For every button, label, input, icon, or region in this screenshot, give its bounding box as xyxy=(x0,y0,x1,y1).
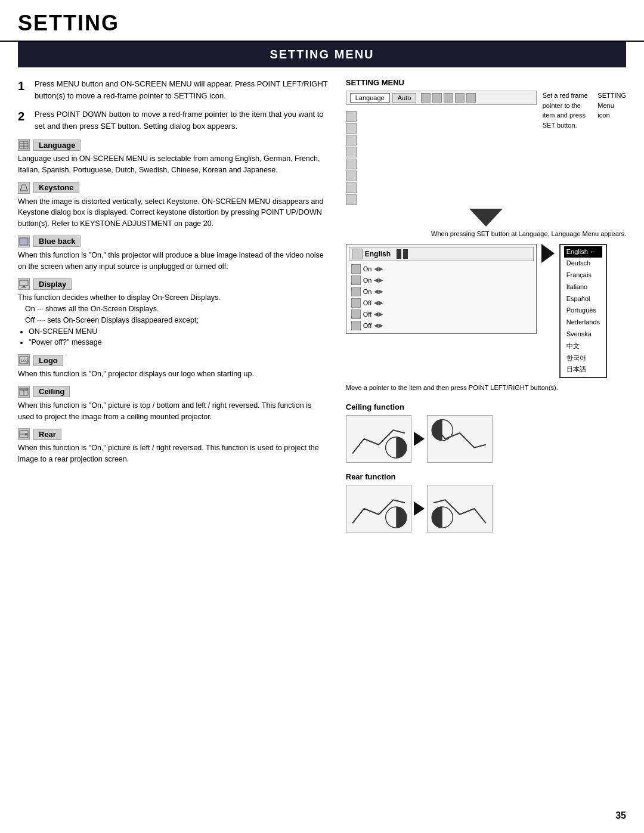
lang-left-panel: English On ◀▶ xyxy=(346,244,537,334)
lang-dialog: English On ◀▶ xyxy=(346,244,537,334)
rear-function-section: Rear function xyxy=(346,472,626,532)
svg-rect-5 xyxy=(20,238,28,245)
lang-row-3: On ◀▶ xyxy=(349,286,534,297)
row-val-1: On xyxy=(363,265,372,272)
side-icon-3 xyxy=(346,135,357,145)
row-icon-6 xyxy=(351,321,361,330)
ceiling-function-section: Ceiling function xyxy=(346,402,626,463)
step-2: 2 Press POINT DOWN button to move a red-… xyxy=(18,109,328,132)
section-display: Display This function decides whether to… xyxy=(18,278,328,348)
ceiling-function-label: Ceiling function xyxy=(346,402,626,411)
svg-marker-4 xyxy=(20,185,27,191)
lang-japanese: 日本語 xyxy=(564,364,602,376)
lang-nederlands: Nederlands xyxy=(564,317,602,329)
menu-icon-2 xyxy=(432,93,442,103)
menu-icon-4 xyxy=(455,93,465,103)
rear-svg-before xyxy=(346,485,411,532)
rear-box-after xyxy=(427,485,493,532)
row-val-5: Off xyxy=(363,311,371,318)
arrow-down-icon xyxy=(469,209,503,227)
step-2-number: 2 xyxy=(18,109,29,132)
logo-body: When this function is "On," projector di… xyxy=(18,368,328,380)
section-ceiling: Ceiling When this function is "On," pict… xyxy=(18,386,328,423)
section-blue-back-header: Blue back xyxy=(18,236,328,247)
side-icon-7 xyxy=(346,182,357,193)
setting-menu-title: SETTING MENU xyxy=(18,42,626,67)
side-icon-6 xyxy=(346,171,357,181)
english-label: English xyxy=(365,250,391,258)
language-tab: Language xyxy=(350,93,390,103)
lang-row-2: On ◀▶ xyxy=(349,275,534,286)
section-rear-header: R Rear xyxy=(18,428,328,440)
lang-italiano: Italiano xyxy=(564,281,602,293)
rear-svg-after xyxy=(428,485,492,532)
lang-svenska: Svenska xyxy=(564,329,602,340)
ceiling-svg-before xyxy=(346,416,411,462)
section-logo: Logo Logo When this function is "On," pr… xyxy=(18,354,328,380)
step-1: 1 Press MENU button and ON-SCREEN MENU w… xyxy=(18,78,328,101)
rear-label: Rear xyxy=(33,429,61,440)
ceiling-arrow-icon xyxy=(414,432,425,446)
display-body: This function decides whether to display… xyxy=(18,292,328,348)
section-language: Language Language used in ON-SCREEN MENU… xyxy=(18,139,328,176)
blue-back-body: When this function is "On," this project… xyxy=(18,250,328,272)
setting-menu-diagram-label: SETTING MENU xyxy=(346,78,626,87)
svg-rect-7 xyxy=(23,286,25,287)
ceiling-icon xyxy=(18,386,30,398)
display-off-text: Off ···· sets On-Screen Displays disappe… xyxy=(25,316,199,324)
lang-row-5: Off ◀▶ xyxy=(349,309,534,320)
right-column: SETTING MENU Language Auto xyxy=(346,78,626,541)
rear-body: When this function is "On," picture is l… xyxy=(18,442,328,465)
rear-arrow-icon xyxy=(414,501,425,516)
ceiling-svg-after xyxy=(428,416,492,462)
lang-row-6: Off ◀▶ xyxy=(349,320,534,331)
section-ceiling-header: Ceiling xyxy=(18,386,328,398)
lang-list: English ← Deutsch Français Italiano Espa… xyxy=(559,244,607,379)
side-icon-4 xyxy=(346,147,357,157)
rear-icon: R xyxy=(18,428,30,440)
section-blue-back: Blue back When this function is "On," th… xyxy=(18,236,328,272)
ceiling-box-after xyxy=(427,415,493,463)
row-icon-3 xyxy=(351,287,361,296)
auto-tab: Auto xyxy=(392,93,417,103)
display-on-text: On ··· shows all the On-Screen Displays. xyxy=(25,305,159,313)
row-arrow-2: ◀▶ xyxy=(374,277,383,283)
ceiling-box-before xyxy=(346,415,411,463)
svg-rect-6 xyxy=(20,280,28,286)
page-header: SETTING xyxy=(0,0,644,42)
when-pressing-note: When pressing SET button at Language, La… xyxy=(346,229,626,239)
row-val-4: Off xyxy=(363,299,371,306)
step-2-text: Press POINT DOWN button to move a red-fr… xyxy=(35,109,328,132)
setting-menu-icon-label: SETTING Menu icon xyxy=(597,91,626,120)
step-1-number: 1 xyxy=(18,78,29,101)
display-label: Display xyxy=(33,278,72,290)
lang-list-container: English ← Deutsch Français Italiano Espa… xyxy=(559,244,607,379)
language-icon xyxy=(18,139,30,151)
two-col-layout: 1 Press MENU button and ON-SCREEN MENU w… xyxy=(18,78,626,541)
section-keystone: Keystone When the image is distorted ver… xyxy=(18,182,328,230)
row-val-2: On xyxy=(363,277,372,284)
page-number: 35 xyxy=(615,810,626,821)
logo-label: Logo xyxy=(33,355,63,366)
lang-espanol: Español xyxy=(564,293,602,305)
display-icon xyxy=(18,278,30,290)
keystone-label: Keystone xyxy=(33,182,79,193)
row-arrow-1: ◀▶ xyxy=(374,265,383,272)
set-red-frame-callout: Set a red frame pointer to the item and … xyxy=(543,91,592,130)
svg-text:Logo: Logo xyxy=(21,358,29,363)
ceiling-function-row xyxy=(346,415,626,463)
rear-box-before xyxy=(346,485,411,532)
lang-portugues: Português xyxy=(564,305,602,317)
keystone-body: When the image is distorted vertically, … xyxy=(18,196,328,230)
step-1-text: Press MENU button and ON-SCREEN MENU wil… xyxy=(35,78,328,101)
rear-function-label: Rear function xyxy=(346,472,626,481)
menu-icon-3 xyxy=(444,93,453,103)
lang-rows: On ◀▶ On ◀▶ On ◀▶ xyxy=(349,264,534,331)
row-icon-4 xyxy=(351,298,361,308)
blue-back-label: Blue back xyxy=(33,236,80,247)
lang-korean: 한국어 xyxy=(564,352,602,364)
menu-icon-5 xyxy=(466,93,476,103)
lang-deutsch: Deutsch xyxy=(564,258,602,270)
lang-section: English On ◀▶ xyxy=(346,244,626,379)
side-icon-5 xyxy=(346,159,357,169)
